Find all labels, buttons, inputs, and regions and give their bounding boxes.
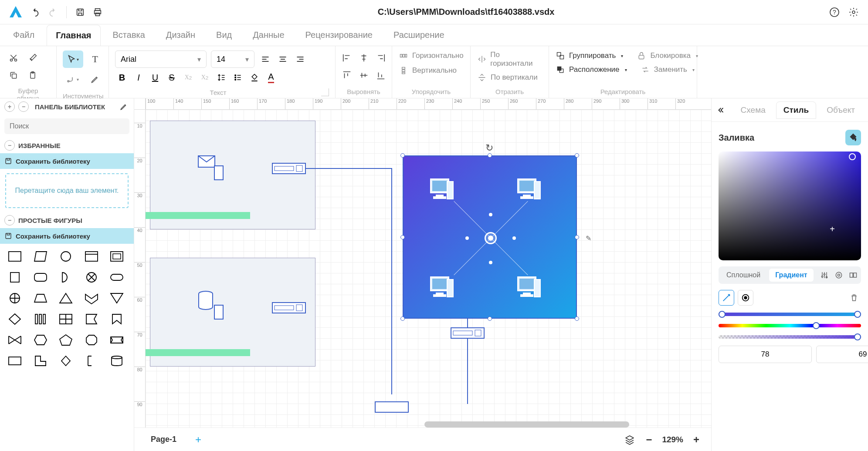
arrange-horizontal-button[interactable]: Горизонтально	[398, 50, 464, 61]
align-obj-bottom[interactable]	[376, 68, 386, 83]
color-r-input[interactable]	[719, 346, 812, 363]
align-obj-middle[interactable]	[359, 68, 369, 83]
shape-triangle-down[interactable]	[107, 290, 126, 306]
shape-rectangle[interactable]	[5, 248, 24, 265]
shape-l-shape[interactable]	[31, 353, 50, 369]
shape-parallelogram[interactable]	[31, 248, 50, 265]
undo-button[interactable]	[30, 7, 41, 18]
tab-file[interactable]: Файл	[4, 25, 43, 45]
text-fill-button[interactable]	[848, 268, 859, 282]
shape-frame[interactable]	[107, 248, 126, 265]
gradient-stops-slider[interactable]	[719, 312, 861, 317]
save-button[interactable]	[75, 7, 86, 18]
pencil-tool[interactable]	[88, 72, 102, 87]
resize-handle-ne[interactable]	[575, 153, 579, 158]
connector-2[interactable]	[391, 168, 392, 394]
resize-handle-n[interactable]	[488, 153, 492, 158]
hue-slider[interactable]	[719, 323, 861, 328]
shape-triangle-up[interactable]	[56, 290, 75, 306]
bold-button[interactable]: B	[115, 71, 129, 84]
zoom-in-button[interactable]: +	[690, 434, 702, 446]
shape-octagon[interactable]	[82, 332, 101, 348]
add-library-button[interactable]: +	[4, 101, 15, 112]
tab-design[interactable]: Дизайн	[157, 25, 204, 45]
paste-button[interactable]	[25, 68, 40, 83]
arrange-vertical-button[interactable]: Вертикально	[398, 65, 464, 76]
tab-insert[interactable]: Вставка	[104, 25, 154, 45]
rotate-handle[interactable]: ↻	[485, 142, 493, 154]
shape-bookmark[interactable]	[107, 311, 126, 327]
hue-thumb[interactable]	[813, 322, 820, 329]
gradient-stop-1[interactable]	[719, 311, 726, 318]
remove-library-button[interactable]: −	[18, 101, 29, 112]
shape-diamond-small[interactable]	[56, 353, 75, 369]
device-icon-1[interactable]	[214, 165, 224, 180]
switch-icon-3[interactable]	[375, 401, 409, 413]
color-picker-area[interactable]: +	[719, 151, 861, 260]
format-painter-button[interactable]	[25, 50, 40, 65]
group-button[interactable]: Группировать▾	[555, 50, 623, 61]
shape-grid[interactable]	[56, 311, 75, 327]
align-obj-left[interactable]	[342, 50, 352, 65]
device-icon-2[interactable]	[214, 305, 224, 320]
font-family-select[interactable]: Arial ▾	[115, 50, 207, 68]
shape-trapezoid[interactable]	[31, 290, 50, 306]
help-button[interactable]: ?	[829, 7, 840, 18]
edit-libraries-button[interactable]	[118, 101, 129, 112]
shape-ribbon[interactable]	[107, 332, 126, 348]
resize-handle-sw[interactable]	[400, 316, 405, 321]
shape-rect-outline[interactable]	[5, 353, 24, 369]
tab-data[interactable]: Данные	[244, 25, 293, 45]
tab-object[interactable]: Объект	[820, 102, 862, 118]
canvas[interactable]: ↻ ✎	[146, 110, 711, 427]
shape-square[interactable]	[5, 269, 24, 286]
text-dialog-launcher[interactable]	[321, 88, 329, 96]
line-spacing-button[interactable]	[214, 71, 228, 84]
copy-button[interactable]	[6, 68, 21, 83]
linear-gradient-button[interactable]	[719, 290, 734, 306]
text-color-button[interactable]: A	[264, 71, 278, 84]
fill-gradient-button[interactable]: Градиент	[769, 269, 814, 282]
settings-button[interactable]	[848, 7, 859, 18]
connector-tool[interactable]: ▾	[63, 71, 83, 88]
align-obj-top[interactable]	[342, 68, 352, 83]
text-tool[interactable]: T	[88, 52, 102, 67]
fill-bucket-button[interactable]	[845, 130, 861, 145]
eyedropper-button[interactable]	[833, 268, 845, 282]
diagram-rail-2[interactable]	[146, 349, 250, 356]
switch-icon-1[interactable]	[272, 163, 306, 174]
replace-button[interactable]: Заменить▾	[640, 64, 695, 75]
shape-cylinder[interactable]	[107, 353, 126, 369]
connector-3[interactable]	[467, 319, 468, 327]
adjust-button[interactable]	[819, 268, 831, 282]
save-library-button-2[interactable]: Сохранить библиотеку	[0, 228, 134, 244]
align-center-button[interactable]	[276, 53, 289, 66]
superscript-button[interactable]: X2	[198, 71, 212, 84]
shape-pentagon[interactable]	[56, 332, 75, 348]
align-right-button[interactable]	[294, 53, 307, 66]
delete-gradient-button[interactable]	[847, 291, 861, 305]
resize-handle-s[interactable]	[488, 316, 492, 321]
library-dropzone[interactable]: Перетащите сюда ваш элемент.	[5, 173, 129, 208]
flip-horizontal-button[interactable]: По горизонтали	[477, 50, 542, 68]
redo-button[interactable]	[47, 7, 58, 18]
shape-bracket[interactable]	[82, 353, 101, 369]
cut-button[interactable]	[6, 50, 21, 65]
shape-flag[interactable]	[82, 311, 101, 327]
switch-icon-4[interactable]	[451, 327, 485, 339]
diagram-rail-1[interactable]	[146, 212, 250, 219]
position-button[interactable]: Расположение▾	[555, 64, 627, 75]
library-search-input[interactable]	[4, 118, 129, 134]
shape-rounded-rect[interactable]	[31, 269, 50, 286]
shape-circle[interactable]	[56, 248, 75, 265]
font-size-select[interactable]: 14 ▾	[211, 50, 254, 68]
simple-shapes-collapse-button[interactable]: −	[4, 215, 15, 226]
gradient-stop-2[interactable]	[854, 311, 861, 318]
horizontal-scrollbar[interactable]	[424, 421, 629, 427]
opacity-slider[interactable]	[719, 334, 861, 340]
align-left-button[interactable]	[259, 53, 272, 66]
underline-button[interactable]: U	[148, 71, 162, 84]
shape-capsule[interactable]	[107, 269, 126, 286]
shape-half-circle-right[interactable]	[56, 269, 75, 286]
shape-bars[interactable]	[31, 311, 50, 327]
